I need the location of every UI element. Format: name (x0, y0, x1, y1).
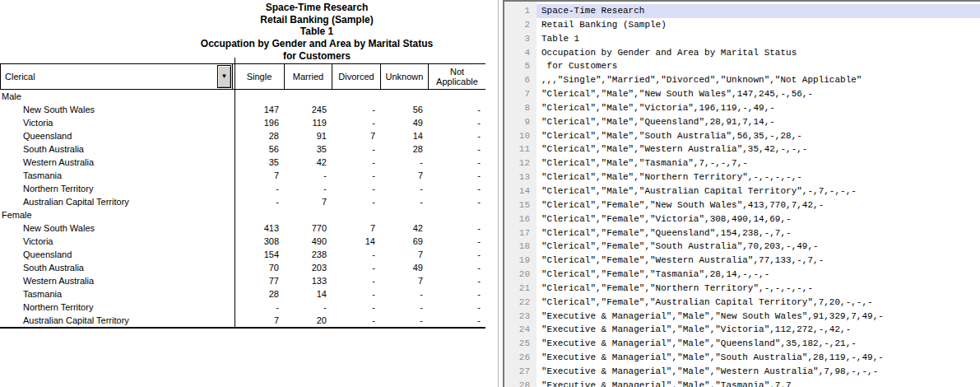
line-number: 24 (504, 323, 536, 337)
csv-line[interactable]: "Clerical","Female","Western Australia",… (536, 254, 980, 268)
report-title-line: Occupation by Gender and Area by Marital… (0, 38, 497, 50)
data-cell: - (428, 131, 485, 141)
table-row: South Australia70203-49- (0, 261, 485, 274)
table-bottom-rule (0, 327, 485, 329)
data-cell: 7 (332, 223, 380, 233)
data-cell: - (428, 157, 485, 167)
report-title-line: for Customers (0, 50, 497, 63)
csv-text-area[interactable]: Space-Time ResearchRetail Banking (Sampl… (536, 2, 980, 387)
column-header-row: SingleMarriedDivorcedUnknownNot Applicab… (0, 63, 485, 90)
csv-line[interactable]: "Clerical","Female","Queensland",154,238… (536, 226, 980, 240)
table-row: Tasmania2814--- (0, 287, 485, 301)
row-label: Western Australia (23, 276, 94, 286)
csv-line[interactable]: "Clerical","Female","Tasmania",28,14,-,-… (536, 268, 980, 282)
data-cell: 7 (284, 197, 332, 207)
report-title-line: Retail Banking (Sample) (0, 14, 497, 26)
group-label: Male (2, 91, 21, 101)
csv-line[interactable]: "Executive & Managerial","Male","South A… (536, 351, 980, 365)
line-number: 18 (504, 240, 536, 254)
data-cell: - (380, 157, 428, 167)
data-cell: - (235, 302, 284, 312)
table-row: Northern Territory----- (0, 301, 485, 314)
row-label: Western Australia (23, 157, 94, 167)
group-row: Female (0, 208, 485, 221)
csv-line[interactable]: "Clerical","Female","New South Wales",41… (536, 198, 980, 212)
line-number: 17 (504, 226, 536, 240)
data-cell: - (380, 315, 428, 325)
data-cell: 14 (284, 289, 332, 299)
column-header-single: Single (235, 63, 284, 90)
row-label: South Australia (23, 144, 84, 154)
line-number: 5 (504, 59, 536, 73)
row-label: Northern Territory (23, 184, 93, 194)
data-cell: 91 (284, 131, 332, 141)
csv-line[interactable]: "Clerical","Male","Queensland",28,91,7,1… (536, 115, 980, 129)
data-cell: 308 (235, 236, 284, 246)
csv-line[interactable]: Table 1 (536, 32, 980, 46)
table-row: Australian Capital Territory-7--- (0, 195, 485, 208)
csv-source-panel[interactable]: 1234567891011121314151617181920212223242… (503, 0, 980, 387)
data-cell: 154 (235, 249, 284, 259)
data-cell: 490 (284, 236, 332, 246)
csv-line[interactable]: Retail Banking (Sample) (536, 18, 980, 32)
csv-line[interactable]: Occupation by Gender and Area by Marital… (536, 46, 980, 60)
row-label: Australian Capital Territory (23, 315, 129, 325)
csv-line[interactable]: "Clerical","Male","Tasmania",7,-,-,7,- (536, 156, 980, 170)
data-cell: 56 (380, 105, 428, 114)
data-cell: - (428, 302, 485, 312)
line-number: 2 (504, 18, 536, 32)
data-cell: - (332, 118, 380, 128)
csv-line[interactable]: "Clerical","Male","South Australia",56,3… (536, 129, 980, 143)
column-header-not-applicable: Not Applicable (428, 63, 485, 90)
line-number: 11 (504, 142, 536, 156)
csv-line[interactable]: "Clerical","Female","Australian Capital … (536, 296, 980, 310)
report-table-panel: Space-Time ResearchRetail Banking (Sampl… (0, 0, 497, 387)
csv-line[interactable]: "Executive & Managerial","Male","Queensl… (536, 337, 980, 351)
line-number: 1 (504, 4, 536, 18)
column-header-married: Married (284, 63, 332, 90)
table-row: Western Australia3542--- (0, 156, 485, 169)
row-label: Tasmania (23, 170, 62, 180)
data-cell: - (284, 302, 332, 312)
csv-line[interactable]: "Executive & Managerial","Male","Victori… (536, 323, 980, 337)
line-number: 8 (504, 101, 536, 115)
csv-line[interactable]: "Executive & Managerial","Male","Tasmani… (536, 379, 980, 387)
table-row: Northern Territory----- (0, 182, 485, 195)
line-number: 10 (504, 129, 536, 143)
group-row: Male (0, 90, 485, 103)
line-number: 6 (504, 73, 536, 87)
data-cell: 14 (380, 131, 428, 141)
csv-line[interactable]: "Clerical","Female","Northern Territory"… (536, 282, 980, 296)
data-cell: 203 (284, 263, 332, 273)
csv-line[interactable]: "Clerical","Male","Australian Capital Te… (536, 184, 980, 198)
table-row: Queensland154238-7- (0, 248, 485, 261)
panel-splitter[interactable] (498, 0, 499, 387)
data-cell: - (332, 263, 380, 273)
data-cell: - (235, 197, 284, 207)
row-label: Victoria (23, 118, 53, 128)
csv-line[interactable]: "Executive & Managerial","Male","New Sou… (536, 310, 980, 324)
line-number: 16 (504, 212, 536, 226)
csv-line[interactable]: Space-Time Research (536, 4, 980, 18)
csv-line[interactable]: "Clerical","Male","Western Australia",35… (536, 142, 980, 156)
csv-line[interactable]: "Clerical","Female","South Australia",70… (536, 240, 980, 254)
csv-line[interactable]: "Executive & Managerial","Male","Western… (536, 365, 980, 379)
line-number: 13 (504, 170, 536, 184)
csv-line[interactable]: "Clerical","Female","Victoria",308,490,1… (536, 212, 980, 226)
data-cell: - (380, 289, 428, 299)
line-number: 27 (504, 365, 536, 379)
csv-line[interactable]: ,,,"Single","Married","Divorced","Unknow… (536, 73, 980, 87)
data-cell: 14 (332, 236, 380, 246)
data-cell: 70 (235, 263, 284, 273)
data-cell: - (332, 289, 380, 299)
data-cell: 196 (235, 118, 284, 128)
data-cell: - (332, 105, 380, 114)
csv-line[interactable]: "Clerical","Male","New South Wales",147,… (536, 87, 980, 101)
csv-line[interactable]: "Clerical","Male","Northern Territory",-… (536, 170, 980, 184)
data-cell: 413 (235, 223, 284, 233)
table-row: South Australia5635-28- (0, 142, 485, 156)
csv-line[interactable]: for Customers (536, 59, 980, 73)
data-cell: - (428, 276, 485, 286)
row-label: Victoria (23, 236, 53, 246)
csv-line[interactable]: "Clerical","Male","Victoria",196,119,-,4… (536, 101, 980, 115)
